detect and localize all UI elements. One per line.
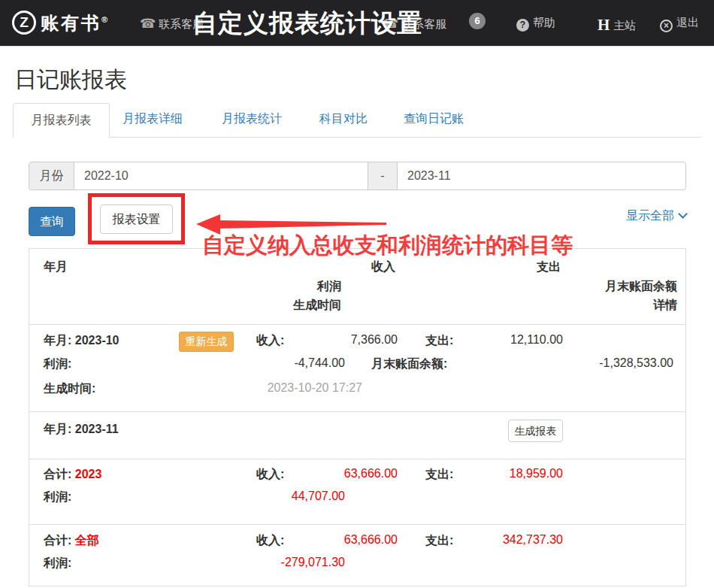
col-income: 收入 xyxy=(371,259,395,275)
main-site-link[interactable]: H主站 xyxy=(598,16,636,35)
highlight-rectangle-annotation xyxy=(88,193,185,244)
income-value: 7,366.00 xyxy=(351,333,398,347)
range-separator-addon: - xyxy=(368,162,398,190)
gen-time-label: 生成时间: xyxy=(44,381,95,397)
month-to-input[interactable] xyxy=(397,162,686,190)
income-value: 63,666.00 xyxy=(344,467,398,480)
balance-label: 月末账面余额: xyxy=(371,356,447,372)
question-icon: ? xyxy=(516,19,529,32)
col-balance: 月末账面余额 xyxy=(605,279,677,295)
annotation-note-text: 自定义纳入总收支和利润统计的科目等 xyxy=(202,231,573,261)
income-value: 63,666.00 xyxy=(344,533,398,547)
ym-value: 2023-11 xyxy=(75,423,119,435)
month-label-addon: 月份 xyxy=(29,162,74,190)
tab-monthly-report-detail[interactable]: 月报表详细 xyxy=(123,111,183,127)
close-icon: × xyxy=(660,20,673,32)
main-site-label: 主站 xyxy=(613,19,636,32)
month-from-input[interactable] xyxy=(74,162,368,190)
profit-label: 利润: xyxy=(44,489,71,505)
row-divider xyxy=(29,459,685,459)
profit-label: 利润: xyxy=(44,356,71,372)
row-divider xyxy=(29,524,685,525)
show-all-label: 显示全部 xyxy=(626,209,674,222)
expense-value: 18,959.00 xyxy=(510,467,563,480)
expense-value: 12,110.00 xyxy=(510,333,563,347)
main-site-icon: H xyxy=(598,16,610,34)
col-profit: 利润 xyxy=(317,279,341,295)
income-label: 收入: xyxy=(256,333,284,349)
col-gen-time: 生成时间 xyxy=(293,298,341,314)
overlay-annotation-title: 自定义报表统计设置 xyxy=(192,7,422,41)
expense-label: 支出: xyxy=(425,333,453,349)
profit-value: 44,707.00 xyxy=(292,489,345,503)
registered-mark: ® xyxy=(101,15,107,24)
app-window: Z 账有书® ☎联系客服 ☎联系客服 6 ?帮助 H主站 ×退出 自定义报表统计… xyxy=(0,0,714,588)
income-label: 收入: xyxy=(256,533,284,549)
col-detail: 详情 xyxy=(653,298,677,314)
tab-monthly-report-stats[interactable]: 月报表统计 xyxy=(222,111,282,127)
brand-text: 账有书 xyxy=(41,13,101,33)
generate-report-button[interactable]: 生成报表 xyxy=(508,420,563,442)
total-label: 合计: xyxy=(44,468,71,480)
profit-value: -4,744.00 xyxy=(294,356,345,370)
chevron-down-icon xyxy=(678,209,688,219)
total-scope: 2023 xyxy=(75,468,102,480)
query-button[interactable]: 查询 xyxy=(29,207,75,236)
expense-label: 支出: xyxy=(425,533,453,549)
message-count-badge: 6 xyxy=(469,13,486,29)
regenerate-button[interactable]: 重新生成 xyxy=(179,332,234,352)
brand-logo-icon: Z xyxy=(12,11,36,35)
expense-label: 支出: xyxy=(425,467,453,483)
profit-label: 利润: xyxy=(44,556,71,571)
total-scope: 全部 xyxy=(75,534,99,547)
page-title: 日记账报表 xyxy=(14,65,127,95)
tab-query-journal[interactable]: 查询日记账 xyxy=(404,111,464,127)
tab-monthly-report-list[interactable]: 月报表列表 xyxy=(13,103,110,138)
total-label: 合计: xyxy=(44,534,71,547)
ym-label: 年月: xyxy=(44,334,71,347)
row-divider xyxy=(29,411,685,412)
expense-value: 342,737.30 xyxy=(503,533,563,547)
logout-label: 退出 xyxy=(676,16,699,29)
col-expense: 支出 xyxy=(537,259,561,275)
balance-value: -1,328,533.00 xyxy=(599,356,673,370)
gen-time-value: 2023-10-20 17:27 xyxy=(268,381,362,395)
phone-icon: ☎ xyxy=(140,17,156,31)
row-divider xyxy=(29,324,685,325)
ym-value: 2023-10 xyxy=(75,334,120,347)
ym-label: 年月: xyxy=(44,423,71,435)
logout-link[interactable]: ×退出 xyxy=(660,16,699,32)
help-label: 帮助 xyxy=(533,16,555,29)
col-year-month: 年月 xyxy=(44,259,68,275)
help-link[interactable]: ?帮助 xyxy=(516,16,555,32)
income-label: 收入: xyxy=(256,467,284,483)
tab-subject-compare[interactable]: 科目对比 xyxy=(319,111,368,127)
profit-value: -279,071.30 xyxy=(281,556,345,569)
report-table: 年月 收入 支出 利润 月末账面余额 生成时间 详情 年月: 2023-10 重… xyxy=(29,248,686,586)
show-all-toggle[interactable]: 显示全部 xyxy=(626,208,686,224)
brand-name: 账有书® xyxy=(41,11,107,35)
tabs-divider xyxy=(13,137,701,138)
